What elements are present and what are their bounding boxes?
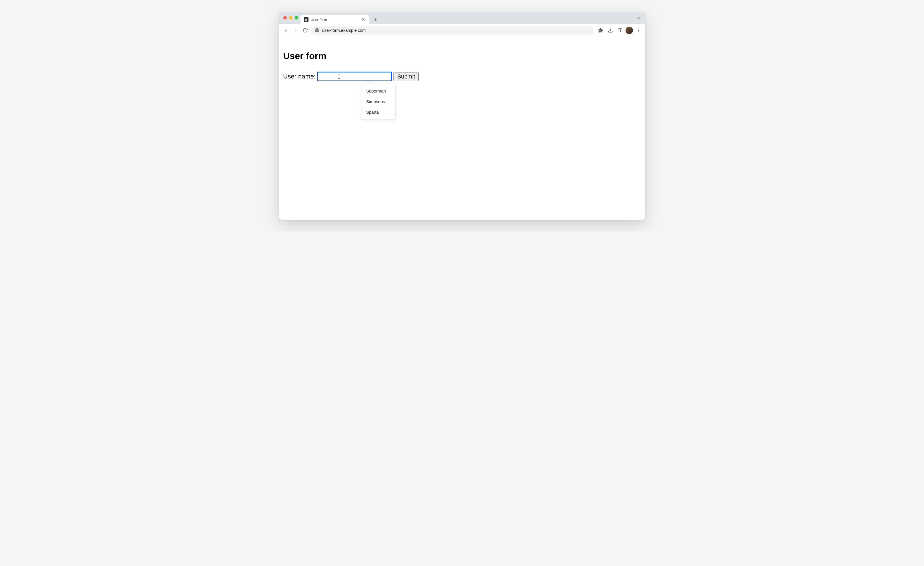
url-text: user-form.example.com bbox=[322, 28, 366, 33]
window-maximize-button[interactable] bbox=[295, 16, 298, 20]
window-controls bbox=[282, 16, 300, 23]
browser-tab[interactable]: ▦ User form ✕ bbox=[300, 15, 369, 24]
downloads-icon[interactable] bbox=[606, 26, 615, 35]
page-content: User form User name: 𝙸 Submit Superman S… bbox=[279, 36, 645, 220]
tabs-dropdown-button[interactable] bbox=[636, 16, 641, 21]
autocomplete-popup: Superman Simpsons Sparta bbox=[362, 84, 396, 119]
svg-rect-3 bbox=[618, 29, 622, 32]
side-panel-icon[interactable] bbox=[616, 26, 624, 35]
new-tab-button[interactable]: ＋ bbox=[371, 15, 380, 24]
reload-button[interactable] bbox=[301, 26, 310, 35]
tab-close-button[interactable]: ✕ bbox=[361, 17, 366, 22]
tab-bar: ▦ User form ✕ ＋ bbox=[279, 12, 645, 24]
tab-title: User form bbox=[311, 18, 359, 22]
back-button[interactable] bbox=[282, 26, 290, 35]
autocomplete-option[interactable]: Sparta bbox=[362, 107, 396, 117]
username-label: User name: bbox=[283, 73, 316, 80]
svg-point-6 bbox=[638, 30, 638, 30]
svg-point-5 bbox=[638, 29, 638, 29]
autocomplete-option[interactable]: Superman bbox=[362, 86, 396, 96]
window-minimize-button[interactable] bbox=[289, 16, 292, 20]
window-close-button[interactable] bbox=[283, 16, 287, 20]
extensions-icon[interactable] bbox=[596, 26, 605, 35]
submit-button[interactable]: Submit bbox=[393, 72, 418, 81]
profile-avatar[interactable] bbox=[626, 27, 633, 34]
favicon-icon: ▦ bbox=[304, 17, 309, 22]
autocomplete-option[interactable]: Simpsons bbox=[362, 96, 396, 107]
address-bar[interactable]: user-form.example.com bbox=[311, 26, 594, 35]
username-input[interactable] bbox=[317, 72, 392, 81]
toolbar: user-form.example.com bbox=[279, 24, 645, 36]
toolbar-actions bbox=[596, 26, 643, 35]
forward-button[interactable] bbox=[291, 26, 300, 35]
site-info-icon bbox=[315, 28, 320, 33]
user-form-row: User name: 𝙸 Submit Superman Simpsons Sp… bbox=[283, 72, 641, 81]
page-heading: User form bbox=[283, 51, 641, 61]
browser-window: ▦ User form ✕ ＋ user-form.example.com bbox=[279, 12, 645, 220]
svg-point-7 bbox=[638, 32, 638, 32]
menu-button[interactable] bbox=[634, 26, 643, 35]
